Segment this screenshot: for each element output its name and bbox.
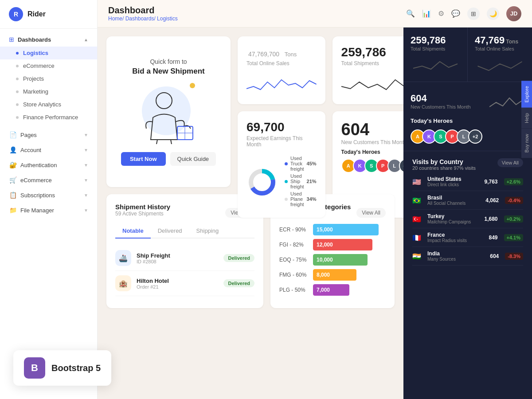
sidebar-dashboards-header[interactable]: ⊞ Dashboards ▲ bbox=[0, 32, 97, 47]
quick-guide-button[interactable]: Quick Guide bbox=[170, 152, 216, 166]
bar-fill: 10,000 bbox=[313, 254, 368, 266]
sidebar-account[interactable]: 👤 Account ▼ bbox=[0, 142, 97, 157]
side-tab-explore[interactable]: Explore bbox=[521, 81, 532, 108]
sidebar-authentication[interactable]: 🔐 Authentication ▼ bbox=[0, 157, 97, 172]
country-row-fr: 🇫🇷 France Impact Radius visits 849 +4.1% bbox=[412, 228, 523, 247]
stat-label-customers: New Customers This Month bbox=[341, 139, 403, 145]
side-tab-help[interactable]: Help bbox=[521, 108, 532, 129]
bar-label: EOQ - 75% bbox=[279, 257, 309, 263]
country-name: Brasil bbox=[427, 195, 481, 201]
sidebar-item-finance-performance[interactable]: Finance Performance bbox=[0, 111, 97, 124]
bootstrap-icon: B bbox=[24, 357, 45, 379]
bootstrap-overlay: B Bootstrap 5 bbox=[13, 350, 111, 386]
donut-section: Used Truck freight 45% Used Ship freight… bbox=[246, 156, 317, 209]
country-visits: 4,062 bbox=[485, 197, 499, 203]
sidebar-pages[interactable]: 📄 Pages ▼ bbox=[0, 127, 97, 142]
country-name: Turkey bbox=[427, 213, 480, 219]
selling-view-all-button[interactable]: View All bbox=[356, 208, 386, 218]
avatar[interactable]: JD bbox=[506, 6, 521, 21]
chevron-right-icon: ▼ bbox=[84, 208, 88, 213]
sidebar-item-marketing[interactable]: Marketing bbox=[0, 85, 97, 98]
form-buttons: Start Now Quick Guide bbox=[121, 152, 216, 166]
flag-br: 🇧🇷 bbox=[412, 196, 423, 204]
settings-icon[interactable]: ⚙ bbox=[438, 9, 444, 18]
sidebar-ecommerce[interactable]: 🛒 eCommerce ▼ bbox=[0, 172, 97, 188]
bar-row-plg: PLG - 50% 7,000 bbox=[279, 284, 386, 296]
start-now-button[interactable]: Start Now bbox=[121, 152, 166, 166]
grid-icon[interactable]: ⊞ bbox=[467, 8, 480, 20]
right-panel: 259,786 Total Shipments 47,769Tons Total… bbox=[403, 27, 532, 399]
logo-icon: R bbox=[9, 7, 23, 21]
stats-grid: 47,769,700 Tons Total Online Sales 259,7… bbox=[238, 36, 403, 187]
dark-mode-toggle[interactable]: 🌙 bbox=[487, 8, 499, 20]
bar-row-eoq: EOQ - 75% 10,000 bbox=[279, 254, 386, 266]
search-icon[interactable]: 🔍 bbox=[406, 9, 415, 18]
total-shipments-card: 259,786 Total Shipments bbox=[332, 36, 403, 104]
country-row-tr: 🇹🇷 Turkey Mailchimp Campaigns 1,680 +0.2… bbox=[412, 210, 523, 228]
chevron-up-icon: ▲ bbox=[84, 37, 88, 42]
bar-fill: 12,000 bbox=[313, 239, 372, 250]
country-change: +4.1% bbox=[504, 234, 524, 241]
country-name: France bbox=[427, 232, 484, 238]
side-tabs: Explore Help Buy now bbox=[521, 81, 532, 158]
header-title-area: Dashboard Home/ Dashboards/ Logistics bbox=[108, 5, 178, 22]
account-icon: 👤 bbox=[9, 146, 17, 153]
sidebar-subscriptions[interactable]: 📋 Subscriptions ▼ bbox=[0, 188, 97, 203]
tab-shipping[interactable]: Shipping bbox=[189, 224, 226, 239]
dashboards-icon: ⊞ bbox=[9, 36, 14, 43]
stat-value-earnings: 69,700 bbox=[246, 120, 317, 134]
shipments-mini-chart bbox=[341, 71, 403, 95]
legend-plane: Used Plane freight 34% bbox=[285, 191, 317, 207]
content-area: Quick form to Bid a New Shipment bbox=[98, 27, 532, 399]
tab-notable[interactable]: Notable bbox=[115, 224, 151, 239]
dot-icon bbox=[16, 78, 19, 80]
shipment-subtitle: 59 Active Shipments bbox=[115, 211, 170, 217]
shipment-icon: 🏨 bbox=[115, 275, 131, 291]
chevron-right-icon: ▼ bbox=[84, 133, 88, 137]
stat-label-earnings: Expected Earnings This Month bbox=[246, 135, 317, 148]
sidebar-item-ecommerce[interactable]: eCommerce bbox=[0, 59, 97, 72]
sidebar-item-store-analytics[interactable]: Store Analytics bbox=[0, 98, 97, 111]
flag-us: 🇺🇸 bbox=[412, 178, 423, 186]
country-source: Many Sources bbox=[427, 257, 485, 262]
chart-icon[interactable]: 📊 bbox=[422, 9, 431, 18]
visits-by-country-section: Visits by Country 20 countries share 97%… bbox=[403, 151, 532, 399]
stat-value-shipments: 259,786 bbox=[341, 45, 403, 59]
status-badge: Delivered bbox=[223, 279, 254, 287]
visits-view-all-button[interactable]: View All bbox=[497, 158, 523, 167]
country-row-br: 🇧🇷 Brasil All Social Channels 4,062 -0.4… bbox=[412, 191, 523, 210]
dashboard: Quick form to Bid a New Shipment bbox=[98, 27, 403, 399]
ship-dot bbox=[285, 180, 288, 183]
legend-truck: Used Truck freight 45% bbox=[285, 156, 317, 172]
bar-track: 8,000 bbox=[313, 269, 386, 281]
country-source: Mailchimp Campaigns bbox=[427, 219, 480, 224]
file-manager-icon: 📁 bbox=[9, 207, 17, 214]
sidebar-item-projects[interactable]: Projects bbox=[0, 72, 97, 85]
dark-stat-shipments: 47,769Tons Total Online Sales bbox=[468, 27, 532, 82]
main-area: Dashboard Home/ Dashboards/ Logistics 🔍 … bbox=[98, 0, 532, 399]
dot-icon bbox=[16, 116, 19, 119]
message-icon[interactable]: 💬 bbox=[451, 9, 460, 18]
bar-row-fgi: FGI - 82% 12,000 bbox=[279, 239, 386, 250]
svg-point-0 bbox=[156, 93, 172, 109]
bar-label: PLG - 50% bbox=[279, 287, 309, 293]
logo[interactable]: R Rider bbox=[0, 0, 97, 29]
truck-dot bbox=[285, 162, 288, 165]
dark-customers-block: 604 New Customers This Month Today's Her… bbox=[403, 82, 532, 151]
tab-delivered[interactable]: Delivered bbox=[151, 224, 189, 239]
stat-label-sales: Total Online Sales bbox=[246, 60, 317, 66]
stat-value-sales: 47,769,700 Tons bbox=[246, 45, 317, 59]
shipment-name: Hilton Hotel bbox=[137, 278, 218, 284]
sidebar-item-logistics[interactable]: Logistics bbox=[0, 47, 97, 59]
page-title: Dashboard bbox=[108, 5, 178, 16]
sidebar-file-manager[interactable]: 📁 File Manager ▼ bbox=[0, 203, 97, 218]
side-tab-buy-now[interactable]: Buy now bbox=[521, 129, 532, 158]
bar-label: ECR - 90% bbox=[279, 227, 309, 233]
country-visits: 1,680 bbox=[484, 216, 497, 222]
sidebar-dashboards-section: ⊞ Dashboards ▲ Logistics eCommerce Proje… bbox=[0, 29, 97, 127]
country-visits: 604 bbox=[490, 253, 499, 259]
header-actions: 🔍 📊 ⚙ 💬 ⊞ 🌙 JD bbox=[406, 6, 521, 21]
chevron-right-icon: ▼ bbox=[84, 193, 88, 198]
country-name: United States bbox=[427, 176, 480, 182]
bar-label: FGI - 82% bbox=[279, 242, 309, 248]
